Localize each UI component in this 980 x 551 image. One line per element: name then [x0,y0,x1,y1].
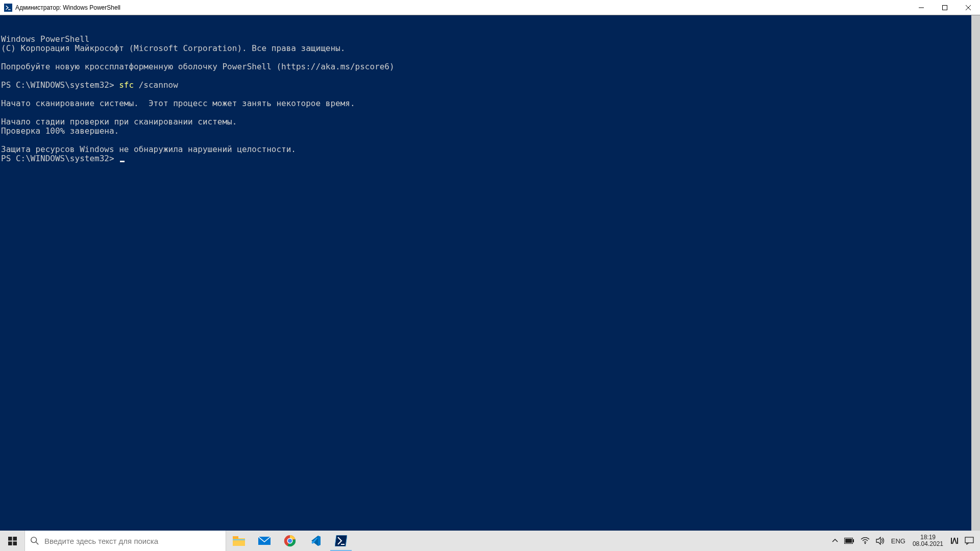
chrome-icon [284,535,296,547]
output-line: Проверка 100% завершена. [1,126,119,136]
prompt-path: PS C:\WINDOWS\system32> [1,80,119,90]
taskbar-apps [226,531,354,551]
scrollbar-thumb[interactable] [971,15,980,531]
svg-line-9 [36,542,39,545]
console-area[interactable]: Windows PowerShell (C) Корпорация Майкро… [0,15,980,531]
powershell-window: Администратор: Windows PowerShell Window… [0,0,980,551]
chevron-up-icon [832,538,838,544]
svg-rect-1 [943,5,947,10]
svg-point-23 [864,543,866,544]
scrollbar[interactable] [971,15,980,531]
cursor [120,161,125,162]
svg-rect-5 [13,537,17,541]
svg-rect-21 [845,539,852,543]
taskbar: Введите здесь текст для поиска [0,531,980,551]
minimize-button[interactable] [910,0,933,15]
command-arg: /scannow [139,80,178,90]
svg-rect-4 [8,537,12,541]
file-explorer-icon [232,535,246,546]
tray-language[interactable]: ENG [888,531,909,551]
wifi-icon [861,537,870,544]
output-line: Попробуйте новую кроссплатформенную обол… [1,62,395,71]
svg-line-27 [954,538,957,544]
system-tray: ENG 18:19 08.04.2021 [829,531,980,551]
speaker-icon [876,537,885,545]
command-name: sfc [119,80,139,90]
prompt-line: PS C:\WINDOWS\system32> [1,154,125,163]
prompt-path: PS C:\WINDOWS\system32> [1,154,119,163]
svg-rect-6 [8,541,12,545]
maximize-button[interactable] [933,0,957,15]
battery-icon [844,538,854,544]
tray-sound[interactable] [873,531,888,551]
vscode-icon [309,535,322,547]
tray-action-center[interactable] [962,531,977,551]
window-controls [910,0,980,15]
svg-point-16 [288,539,292,543]
taskbar-app-mail[interactable] [252,531,277,551]
tray-battery[interactable] [841,531,857,551]
prompt-line: PS C:\WINDOWS\system32> sfc /scannow [1,80,178,90]
search-box[interactable]: Введите здесь текст для поиска [24,531,226,551]
taskbar-app-powershell[interactable] [328,531,354,551]
search-placeholder: Введите здесь текст для поиска [44,537,158,545]
svg-marker-24 [876,537,880,544]
console-output: Windows PowerShell (C) Корпорация Майкро… [1,35,980,163]
action-center-icon [965,537,974,545]
tray-clock[interactable]: 18:19 08.04.2021 [909,534,947,547]
tray-ime[interactable] [947,531,962,551]
svg-rect-11 [233,536,238,539]
output-line: Windows PowerShell [1,34,89,44]
close-button[interactable] [957,0,980,15]
tray-wifi[interactable] [857,531,873,551]
svg-line-26 [952,538,954,544]
output-line: Защита ресурсов Windows не обнаружила на… [1,144,296,154]
search-icon [30,536,39,545]
start-button[interactable] [0,531,24,551]
taskbar-app-explorer[interactable] [226,531,252,551]
svg-rect-7 [13,541,17,545]
taskbar-app-chrome[interactable] [277,531,303,551]
svg-rect-22 [853,539,854,542]
taskbar-app-vscode[interactable] [303,531,328,551]
window-title: Администратор: Windows PowerShell [15,4,120,11]
ime-icon [950,537,959,545]
tray-overflow[interactable] [829,531,841,551]
output-line: Начало стадии проверки при сканировании … [1,117,237,127]
svg-point-8 [31,537,37,543]
svg-rect-29 [965,537,973,543]
output-line: (C) Корпорация Майкрософт (Microsoft Cor… [1,43,345,53]
windows-icon [8,537,17,545]
powershell-icon [335,535,347,546]
powershell-icon [4,4,12,12]
output-line: Начато сканирование системы. Этот процес… [1,98,355,108]
svg-rect-12 [233,539,245,540]
clock-date: 08.04.2021 [913,541,943,547]
mail-icon [258,535,271,546]
titlebar[interactable]: Администратор: Windows PowerShell [0,0,980,15]
